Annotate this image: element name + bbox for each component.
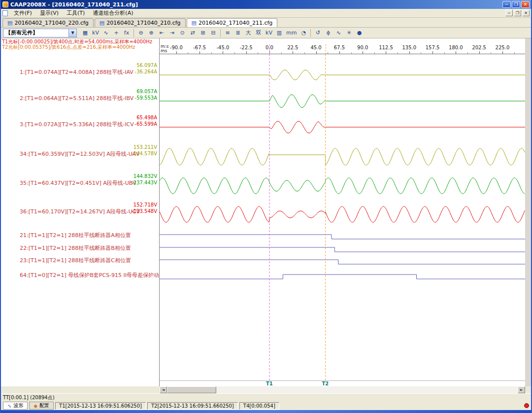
time-tick-mark bbox=[409, 51, 410, 54]
t1-cursor-info: T1光标[-0:00.00025]/第400点,时差=54.000ms,采样率=… bbox=[2, 39, 159, 44]
mm-scale-icon[interactable]: mm bbox=[285, 28, 298, 37]
zoom-in-icon[interactable]: ⊕ bbox=[146, 28, 156, 37]
view-tab-0[interactable]: ∿波形 bbox=[3, 402, 28, 410]
formula-icon[interactable]: fx bbox=[122, 28, 132, 37]
menu-item-0[interactable]: 文件(F) bbox=[10, 8, 36, 18]
channel-label-64[interactable]: 64:[T1=0][T2=1] 母线保护B套PCS-915 II母母差保护动作 bbox=[20, 272, 160, 279]
status-panel-1: T2[2015-12-13 16:09:51.660250] bbox=[147, 402, 238, 410]
file-tab-1[interactable]: ▤20160402_171040_210.cfg bbox=[95, 18, 186, 27]
element-filter-dropdown[interactable]: 【所有元件】 ▼ bbox=[3, 29, 77, 37]
channel-label-21[interactable]: 21:[T1=1][T2=1] 288桂平线断路器A相位置 bbox=[20, 232, 131, 239]
zoom-select-icon[interactable]: ⊞ bbox=[198, 28, 208, 37]
time-tick-mark bbox=[432, 51, 433, 54]
digital-list-icon[interactable]: ≣ bbox=[233, 28, 243, 37]
channel-label-22[interactable]: 22:[T1=1][T2=1] 288桂平线断路器B相位置 bbox=[20, 244, 131, 252]
menu-item-2[interactable]: 工具(T) bbox=[63, 8, 89, 18]
refresh-icon[interactable]: ↺ bbox=[313, 28, 323, 37]
time-tick-minor bbox=[211, 52, 212, 54]
channel-max-value-2: 69.057A bbox=[113, 89, 157, 94]
grid-icon[interactable]: ▥ bbox=[274, 28, 284, 37]
time-ruler[interactable]: m:s ms -90.0-67.5-45.0-22.50.022.545.067… bbox=[160, 38, 525, 54]
enlarge-text-icon[interactable]: 大 bbox=[243, 28, 253, 37]
jump-end-icon[interactable]: ⇥ bbox=[167, 28, 177, 37]
scrollbar-thumb[interactable] bbox=[167, 386, 216, 393]
file-tab-label: 20160402_171040_211.cfg bbox=[199, 20, 272, 26]
time-tick-mark bbox=[502, 51, 503, 54]
time-tick-label: 90.0 bbox=[357, 45, 368, 50]
time-tick-mark bbox=[479, 51, 480, 54]
zoom-vertical-icon[interactable]: ⊟ bbox=[208, 28, 218, 37]
waveform-analog-1 bbox=[160, 70, 525, 80]
file-tab-0[interactable]: ▤20160402_171040_220.cfg bbox=[2, 18, 94, 27]
cursor-footer-label-T1: T1 bbox=[266, 381, 273, 386]
taskbar-strip bbox=[1, 410, 531, 413]
view-tabs: ∿波形◆配置 bbox=[3, 402, 54, 410]
time-tick-mark bbox=[200, 51, 200, 54]
time-tick-mark bbox=[339, 51, 340, 54]
time-tick-label: 202.5 bbox=[472, 45, 486, 50]
scrollbar-track[interactable] bbox=[216, 386, 518, 393]
file-tab-label: 20160402_171040_210.cfg bbox=[106, 20, 180, 26]
jump-start-icon[interactable]: ⇤ bbox=[157, 28, 166, 37]
clock-icon[interactable]: ◔ bbox=[299, 28, 308, 37]
phase-icon[interactable]: ϕ bbox=[323, 28, 333, 37]
view-tab-1[interactable]: ◆配置 bbox=[29, 402, 54, 410]
dual-view-icon[interactable]: 双 bbox=[254, 28, 264, 37]
time-tick-mark bbox=[456, 51, 456, 54]
mdi-minimize-button[interactable]: ─ bbox=[505, 10, 513, 16]
chevron-down-icon[interactable]: ▼ bbox=[68, 29, 76, 37]
kv-unit-icon[interactable]: kV bbox=[264, 28, 274, 37]
mdi-window-controls: ─ ❐ ✕ bbox=[505, 10, 530, 16]
scroll-right-icon[interactable]: ► bbox=[518, 386, 525, 393]
file-page-icon: ▤ bbox=[192, 20, 197, 26]
toolbar-separator bbox=[133, 29, 134, 37]
scroll-left-icon[interactable]: ◄ bbox=[160, 386, 167, 393]
title-bar: CAAP2008X - [20160402_171040_211.cfg] ─ … bbox=[1, 0, 531, 9]
analog-list-icon[interactable]: ≡ bbox=[223, 28, 233, 37]
channel-max-value-34: 153.211V bbox=[113, 144, 157, 150]
waveform-area: m:s ms -90.0-67.5-45.0-22.50.022.545.067… bbox=[160, 38, 525, 386]
channel-max-value-35: 144.832V bbox=[113, 173, 157, 179]
channel-min-value-36: -133.548V bbox=[113, 208, 157, 214]
time-tick-mark bbox=[176, 51, 177, 54]
zoom-out-icon[interactable]: ⊖ bbox=[136, 28, 146, 37]
time-tick-label: 135.0 bbox=[402, 45, 416, 50]
channel-max-value-1: 56.097A bbox=[113, 63, 157, 68]
channel-min-value-34: -144.578V bbox=[113, 151, 157, 156]
status-ball-icon[interactable]: ● bbox=[354, 28, 364, 37]
time-tick-minor bbox=[467, 52, 468, 54]
minimize-button[interactable]: ─ bbox=[502, 1, 511, 8]
menu-bar: 文件(F)显示(V)工具(T)通道组合分析(A) ─ ❐ ✕ bbox=[1, 9, 531, 18]
time-tick-label: -22.5 bbox=[240, 45, 253, 50]
time-tick-mark bbox=[316, 51, 317, 54]
record-indicator-icon bbox=[524, 403, 529, 408]
zoom-reset-icon[interactable]: ⊙ bbox=[177, 28, 187, 37]
maximize-button[interactable]: ❐ bbox=[512, 1, 520, 8]
harmonic-icon[interactable]: ∿ bbox=[333, 28, 343, 37]
time-tick-label: 180.0 bbox=[449, 45, 463, 50]
wave-display-icon[interactable]: ∿ bbox=[101, 28, 111, 37]
channel-label-23[interactable]: 23:[T1=1][T2=1] 288桂平线断路器C相位置 bbox=[20, 257, 131, 264]
kv-display-icon[interactable]: kV bbox=[91, 28, 100, 37]
mdi-restore-button[interactable]: ❐ bbox=[514, 10, 521, 16]
time-tick-minor bbox=[444, 52, 445, 54]
menu-item-3[interactable]: 通道组合分析(A) bbox=[89, 8, 137, 18]
crosshair-icon[interactable]: + bbox=[111, 28, 121, 37]
ruler-cursor-T1 bbox=[269, 44, 270, 54]
vector-icon[interactable]: ✳ bbox=[344, 28, 354, 37]
menu-item-1[interactable]: 显示(V) bbox=[36, 8, 63, 18]
mdi-close-button[interactable]: ✕ bbox=[522, 10, 530, 16]
waveform-canvas[interactable] bbox=[160, 54, 525, 380]
toolbar-buttons: ▦kV∿+fx⊖⊕⇤⇥⊙⇄⊞⊟≡≣大双kV▥mm◔↺ϕ∿✳● bbox=[80, 28, 364, 37]
channel-min-value-2: -59.553A bbox=[113, 95, 157, 101]
channel-min-value-1: -36.264A bbox=[113, 69, 157, 74]
waveform-analog-35 bbox=[160, 178, 525, 194]
time-compress-icon[interactable]: ⇄ bbox=[188, 28, 198, 37]
element-table-icon[interactable]: ▦ bbox=[80, 28, 90, 37]
horizontal-scrollbar[interactable]: ◄ ► bbox=[160, 386, 525, 393]
close-button[interactable]: ✕ bbox=[521, 1, 530, 8]
menu-items: 文件(F)显示(V)工具(T)通道组合分析(A) bbox=[10, 8, 137, 18]
file-tab-2[interactable]: ▤20160402_171040_211.cfg bbox=[187, 18, 278, 27]
waveform-digital-23 bbox=[160, 260, 525, 264]
time-tick-label: 225.0 bbox=[496, 45, 510, 50]
